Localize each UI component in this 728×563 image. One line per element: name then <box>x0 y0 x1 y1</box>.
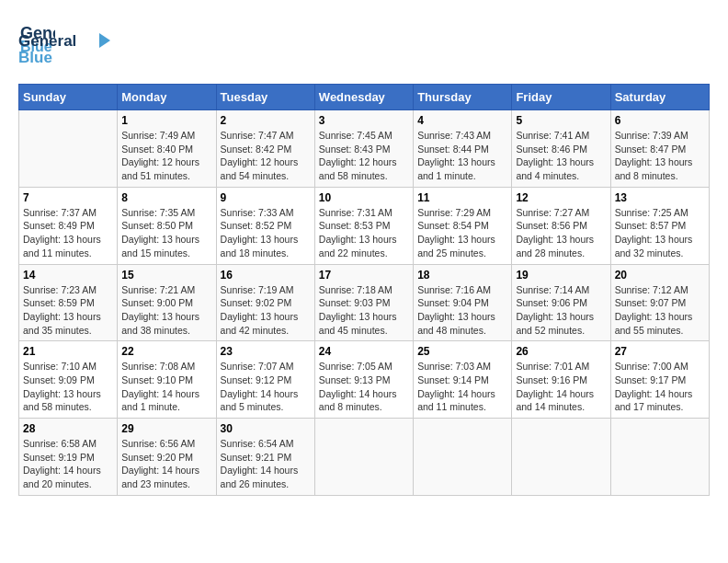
day-info: Sunrise: 7:12 AM Sunset: 9:07 PM Dayligh… <box>615 283 705 338</box>
day-info: Sunrise: 7:07 AM Sunset: 9:12 PM Dayligh… <box>221 360 311 414</box>
day-info: Sunrise: 7:03 AM Sunset: 9:14 PM Dayligh… <box>417 360 507 414</box>
calendar-cell: 23Sunrise: 7:07 AM Sunset: 9:12 PM Dayli… <box>216 341 314 419</box>
day-number: 26 <box>516 345 606 358</box>
calendar-cell: 30Sunrise: 6:54 AM Sunset: 9:21 PM Dayli… <box>216 419 314 496</box>
day-info: Sunrise: 7:14 AM Sunset: 9:06 PM Dayligh… <box>516 283 606 338</box>
day-info: Sunrise: 7:47 AM Sunset: 8:42 PM Dayligh… <box>221 129 311 183</box>
day-number: 5 <box>516 114 606 127</box>
day-info: Sunrise: 7:01 AM Sunset: 9:16 PM Dayligh… <box>516 360 606 414</box>
week-row-3: 14Sunrise: 7:23 AM Sunset: 8:59 PM Dayli… <box>19 264 710 341</box>
calendar-cell <box>610 419 709 496</box>
calendar-cell: 7Sunrise: 7:37 AM Sunset: 8:49 PM Daylig… <box>19 187 118 264</box>
day-number: 1 <box>121 114 211 127</box>
day-number: 17 <box>319 269 409 282</box>
day-number: 14 <box>23 269 113 282</box>
day-number: 30 <box>221 422 311 435</box>
day-info: Sunrise: 7:25 AM Sunset: 8:57 PM Dayligh… <box>615 206 705 260</box>
day-number: 20 <box>615 269 705 282</box>
calendar-cell: 11Sunrise: 7:29 AM Sunset: 8:54 PM Dayli… <box>414 187 512 264</box>
day-number: 24 <box>319 345 409 358</box>
day-number: 29 <box>121 422 211 435</box>
logo-svg: General Blue <box>18 29 119 71</box>
column-header-sunday: Sunday <box>19 85 118 110</box>
calendar-cell: 25Sunrise: 7:03 AM Sunset: 9:14 PM Dayli… <box>414 341 512 419</box>
day-info: Sunrise: 6:54 AM Sunset: 9:21 PM Dayligh… <box>221 437 311 491</box>
calendar-cell: 2Sunrise: 7:47 AM Sunset: 8:42 PM Daylig… <box>216 110 314 188</box>
calendar-cell: 22Sunrise: 7:08 AM Sunset: 9:10 PM Dayli… <box>118 341 216 419</box>
column-header-saturday: Saturday <box>610 85 709 110</box>
day-number: 23 <box>221 345 311 358</box>
day-number: 16 <box>221 269 311 282</box>
day-number: 9 <box>221 191 311 204</box>
svg-text:Blue: Blue <box>18 49 52 66</box>
day-info: Sunrise: 7:00 AM Sunset: 9:17 PM Dayligh… <box>615 360 705 414</box>
page-header: General Blue General Blue <box>18 18 710 75</box>
calendar-cell: 6Sunrise: 7:39 AM Sunset: 8:47 PM Daylig… <box>610 110 709 188</box>
calendar-cell: 29Sunrise: 6:56 AM Sunset: 9:20 PM Dayli… <box>118 419 216 496</box>
day-info: Sunrise: 6:58 AM Sunset: 9:19 PM Dayligh… <box>23 437 113 491</box>
calendar-cell <box>19 110 118 188</box>
calendar-cell: 26Sunrise: 7:01 AM Sunset: 9:16 PM Dayli… <box>512 341 610 419</box>
day-info: Sunrise: 7:21 AM Sunset: 9:00 PM Dayligh… <box>121 283 211 338</box>
day-number: 19 <box>516 269 606 282</box>
day-info: Sunrise: 7:18 AM Sunset: 9:03 PM Dayligh… <box>319 283 409 338</box>
day-number: 8 <box>121 191 211 204</box>
column-header-friday: Friday <box>512 85 610 110</box>
day-info: Sunrise: 7:45 AM Sunset: 8:43 PM Dayligh… <box>319 129 409 183</box>
calendar-cell: 24Sunrise: 7:05 AM Sunset: 9:13 PM Dayli… <box>314 341 413 419</box>
calendar-cell: 20Sunrise: 7:12 AM Sunset: 9:07 PM Dayli… <box>610 264 709 341</box>
svg-text:General: General <box>18 32 76 50</box>
calendar-cell: 10Sunrise: 7:31 AM Sunset: 8:53 PM Dayli… <box>314 187 413 264</box>
day-number: 13 <box>615 191 705 204</box>
week-row-1: 1Sunrise: 7:49 AM Sunset: 8:40 PM Daylig… <box>19 110 710 188</box>
calendar-cell <box>414 419 512 496</box>
week-row-5: 28Sunrise: 6:58 AM Sunset: 9:19 PM Dayli… <box>19 419 710 496</box>
calendar-cell: 18Sunrise: 7:16 AM Sunset: 9:04 PM Dayli… <box>414 264 512 341</box>
week-row-4: 21Sunrise: 7:10 AM Sunset: 9:09 PM Dayli… <box>19 341 710 419</box>
calendar-cell: 14Sunrise: 7:23 AM Sunset: 8:59 PM Dayli… <box>19 264 118 341</box>
week-row-2: 7Sunrise: 7:37 AM Sunset: 8:49 PM Daylig… <box>19 187 710 264</box>
day-number: 3 <box>319 114 409 127</box>
calendar-cell: 16Sunrise: 7:19 AM Sunset: 9:02 PM Dayli… <box>216 264 314 341</box>
calendar-cell: 4Sunrise: 7:43 AM Sunset: 8:44 PM Daylig… <box>414 110 512 188</box>
calendar-cell: 17Sunrise: 7:18 AM Sunset: 9:03 PM Dayli… <box>314 264 413 341</box>
day-info: Sunrise: 7:16 AM Sunset: 9:04 PM Dayligh… <box>417 283 507 338</box>
calendar-cell: 9Sunrise: 7:33 AM Sunset: 8:52 PM Daylig… <box>216 187 314 264</box>
calendar-cell: 13Sunrise: 7:25 AM Sunset: 8:57 PM Dayli… <box>610 187 709 264</box>
day-number: 7 <box>23 191 113 204</box>
calendar-table: SundayMondayTuesdayWednesdayThursdayFrid… <box>18 84 710 496</box>
day-info: Sunrise: 7:39 AM Sunset: 8:47 PM Dayligh… <box>615 129 705 183</box>
calendar-cell: 28Sunrise: 6:58 AM Sunset: 9:19 PM Dayli… <box>19 419 118 496</box>
day-number: 27 <box>615 345 705 358</box>
day-info: Sunrise: 7:33 AM Sunset: 8:52 PM Dayligh… <box>221 206 311 260</box>
day-number: 11 <box>417 191 507 204</box>
day-info: Sunrise: 6:56 AM Sunset: 9:20 PM Dayligh… <box>121 437 211 491</box>
day-info: Sunrise: 7:29 AM Sunset: 8:54 PM Dayligh… <box>417 206 507 260</box>
day-number: 25 <box>417 345 507 358</box>
day-number: 2 <box>221 114 311 127</box>
day-number: 28 <box>23 422 113 435</box>
day-info: Sunrise: 7:41 AM Sunset: 8:46 PM Dayligh… <box>516 129 606 183</box>
day-info: Sunrise: 7:19 AM Sunset: 9:02 PM Dayligh… <box>221 283 311 338</box>
day-number: 15 <box>121 269 211 282</box>
day-info: Sunrise: 7:49 AM Sunset: 8:40 PM Dayligh… <box>121 129 211 183</box>
calendar-cell: 1Sunrise: 7:49 AM Sunset: 8:40 PM Daylig… <box>118 110 216 188</box>
column-header-tuesday: Tuesday <box>216 85 314 110</box>
calendar-cell: 27Sunrise: 7:00 AM Sunset: 9:17 PM Dayli… <box>610 341 709 419</box>
calendar-cell: 5Sunrise: 7:41 AM Sunset: 8:46 PM Daylig… <box>512 110 610 188</box>
day-info: Sunrise: 7:37 AM Sunset: 8:49 PM Dayligh… <box>23 206 113 260</box>
logo: General Blue General Blue <box>18 18 119 75</box>
calendar-cell <box>512 419 610 496</box>
day-info: Sunrise: 7:23 AM Sunset: 8:59 PM Dayligh… <box>23 283 113 338</box>
day-info: Sunrise: 7:27 AM Sunset: 8:56 PM Dayligh… <box>516 206 606 260</box>
day-info: Sunrise: 7:31 AM Sunset: 8:53 PM Dayligh… <box>319 206 409 260</box>
day-number: 22 <box>121 345 211 358</box>
calendar-body: 1Sunrise: 7:49 AM Sunset: 8:40 PM Daylig… <box>19 110 710 496</box>
calendar-cell: 19Sunrise: 7:14 AM Sunset: 9:06 PM Dayli… <box>512 264 610 341</box>
column-header-monday: Monday <box>118 85 216 110</box>
day-number: 10 <box>319 191 409 204</box>
column-header-wednesday: Wednesday <box>314 85 413 110</box>
day-number: 6 <box>615 114 705 127</box>
day-number: 21 <box>23 345 113 358</box>
calendar-cell: 3Sunrise: 7:45 AM Sunset: 8:43 PM Daylig… <box>314 110 413 188</box>
